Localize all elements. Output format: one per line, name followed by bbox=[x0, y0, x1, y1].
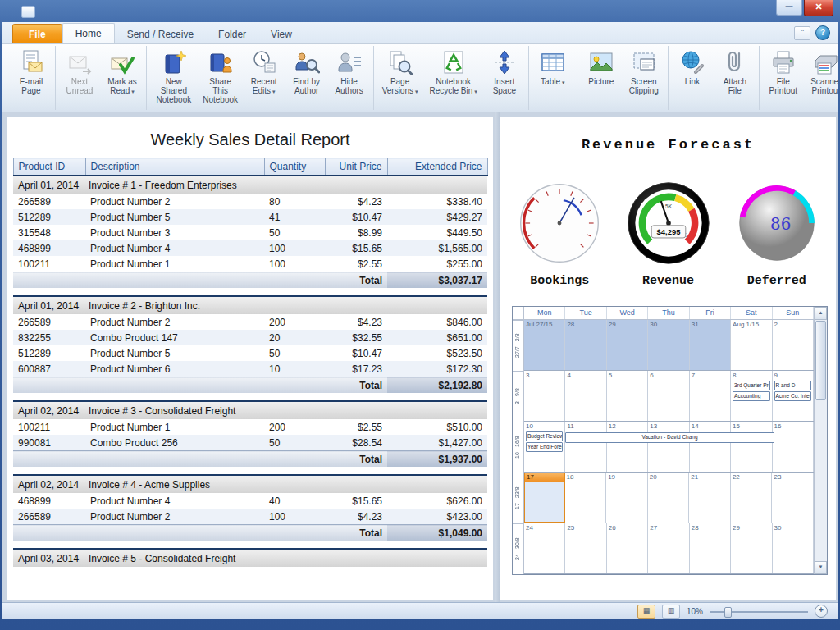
calendar-day-cell[interactable]: Jul 27/15 bbox=[524, 320, 565, 370]
calendar-week-row: 3456783rd Quarter ProjAccounting9R and D… bbox=[524, 371, 814, 422]
picture-button[interactable]: Picture bbox=[581, 47, 622, 88]
recent-edits-button[interactable]: RecentEdits▾ bbox=[244, 47, 285, 98]
calendar-day-cell[interactable]: 30 bbox=[648, 320, 689, 370]
calendar-event[interactable]: 3rd Quarter Proj bbox=[733, 381, 769, 390]
calendar-event[interactable]: Accounting bbox=[733, 391, 769, 401]
day-number: 12 bbox=[609, 422, 646, 431]
calendar-day-cell[interactable]: 27 bbox=[648, 523, 689, 573]
zoom-in-icon[interactable]: + bbox=[815, 605, 828, 618]
ribbon-button-label: Notebook bbox=[436, 77, 471, 86]
help-icon[interactable]: ? bbox=[815, 25, 830, 40]
mark-as-read-button[interactable]: Mark asRead▾ bbox=[102, 47, 143, 98]
calendar-day-cell[interactable]: 10Budget ReviewYear End Foreca bbox=[524, 422, 565, 472]
calendar-day-cell[interactable]: 14 bbox=[690, 422, 731, 472]
view-toggle-a-button[interactable]: ▦ bbox=[637, 605, 655, 619]
calendar-scrollbar[interactable]: ▲ ▼ bbox=[814, 307, 827, 574]
ribbon-button-label: Space bbox=[493, 86, 516, 95]
collapse-ribbon-icon[interactable]: ⌃ bbox=[794, 26, 810, 40]
report-cell: Product Number 4 bbox=[85, 240, 264, 256]
ribbon-button-label: Versions bbox=[382, 86, 413, 95]
revenue-gauge: 0 5K 10K $4,295 Revenue bbox=[619, 180, 718, 288]
zoom-slider[interactable] bbox=[710, 605, 808, 617]
ribbon-button-label: Notebook bbox=[203, 95, 238, 104]
tab-send-receive[interactable]: Send / Receive bbox=[115, 25, 206, 43]
calendar-day-cell[interactable]: 29 bbox=[607, 320, 648, 370]
calendar-day-cell[interactable]: Aug 1/15 bbox=[731, 320, 772, 370]
calendar-day-cell[interactable]: 16 bbox=[773, 422, 814, 472]
scanner-printout-button[interactable]: ScannerPrintout bbox=[806, 47, 838, 97]
file-printout-icon bbox=[770, 49, 797, 75]
page-versions-button[interactable]: PageVersions▾ bbox=[377, 47, 423, 98]
calendar-day-cell[interactable]: 21 bbox=[689, 472, 731, 523]
gauge-tick-mid: 5K bbox=[664, 203, 672, 209]
calendar-day-cell[interactable]: 30 bbox=[773, 523, 814, 573]
calendar-day-cell[interactable]: 7 bbox=[690, 371, 731, 421]
tab-file[interactable]: File bbox=[12, 24, 62, 43]
calendar-day-cell[interactable]: 28 bbox=[565, 320, 606, 370]
tab-home[interactable]: Home bbox=[62, 23, 115, 43]
report-cell: 266589 bbox=[13, 509, 85, 525]
calendar-day-cell[interactable]: 4 bbox=[565, 371, 606, 421]
view-toggle-b-button[interactable]: ▥ bbox=[662, 605, 680, 619]
calendar-day-cell[interactable]: 17 bbox=[524, 472, 565, 523]
calendar-day-cell[interactable]: 25 bbox=[565, 523, 606, 573]
tab-folder[interactable]: Folder bbox=[206, 25, 258, 43]
report-cell: Combo Product 256 bbox=[85, 435, 264, 451]
minimize-button[interactable]: — bbox=[776, 0, 802, 16]
calendar-day-cell[interactable]: 12 bbox=[607, 422, 648, 472]
attach-file-button[interactable]: AttachFile bbox=[714, 47, 756, 97]
insert-space-button[interactable]: InsertSpace bbox=[484, 47, 525, 97]
table-row: 990081Combo Product 25650$28.54$1,427.00 bbox=[13, 435, 487, 451]
calendar-day-cell[interactable]: 31 bbox=[690, 320, 731, 370]
scroll-up-icon[interactable]: ▲ bbox=[815, 307, 827, 320]
next-unread-button[interactable]: NextUnread bbox=[59, 47, 100, 97]
day-number: 21 bbox=[691, 473, 728, 482]
calendar-day-cell[interactable]: 2 bbox=[773, 320, 814, 370]
calendar-day-cell[interactable]: 83rd Quarter ProjAccounting bbox=[731, 371, 772, 421]
share-this-notebook-button[interactable]: Share ThisNotebook bbox=[199, 47, 242, 106]
calendar-day-cell[interactable]: 28 bbox=[690, 523, 731, 573]
calendar-event[interactable]: Acme Co. Integr bbox=[774, 391, 811, 401]
notebook-recycle-bin-button[interactable]: NotebookRecycle Bin▾ bbox=[425, 47, 482, 98]
calendar-day-cell[interactable]: 9R and DAcme Co. Integr bbox=[773, 371, 814, 421]
calendar-day-cell[interactable]: 13 bbox=[648, 422, 689, 472]
email-page-button[interactable]: E-mailPage bbox=[11, 47, 52, 97]
screen-clipping-button[interactable]: ScreenClipping bbox=[623, 47, 664, 97]
tab-view[interactable]: View bbox=[258, 25, 304, 43]
report-cell: 512289 bbox=[13, 345, 85, 361]
calendar-day-cell[interactable]: 26 bbox=[607, 523, 648, 573]
calendar-day-cell[interactable]: 23 bbox=[772, 472, 814, 523]
calendar-day-cell[interactable]: 29 bbox=[731, 523, 772, 573]
table-button[interactable]: Table▾ bbox=[532, 47, 573, 89]
calendar-day-cell[interactable]: 5 bbox=[607, 371, 648, 421]
calendar-event[interactable]: Year End Foreca bbox=[526, 442, 563, 452]
panel-splitter[interactable] bbox=[495, 112, 500, 602]
calendar-day-cell[interactable]: 6 bbox=[648, 371, 689, 421]
hide-authors-button[interactable]: HideAuthors bbox=[329, 47, 370, 97]
find-by-author-button[interactable]: Find byAuthor bbox=[286, 47, 327, 97]
invoice-date: April 02, 2014 bbox=[18, 479, 89, 491]
zoom-slider-thumb[interactable] bbox=[724, 607, 732, 618]
link-button[interactable]: Link bbox=[672, 47, 713, 88]
close-button[interactable]: ✕ bbox=[804, 0, 833, 16]
calendar-day-cell[interactable]: 3 bbox=[524, 371, 565, 421]
scroll-down-icon[interactable]: ▼ bbox=[815, 561, 827, 574]
calendar-event[interactable]: R and D bbox=[774, 381, 811, 390]
scrollbar-thumb[interactable] bbox=[815, 321, 826, 400]
calendar-day-cell[interactable]: 20 bbox=[648, 472, 690, 523]
window-icon bbox=[21, 6, 35, 18]
calendar-day-cell[interactable]: 24 bbox=[524, 523, 565, 573]
ribbon: E-mailPageNextUnreadMark asRead▾New Shar… bbox=[2, 44, 838, 112]
invoice-date: April 01, 2014 bbox=[18, 180, 89, 191]
new-shared-notebook-icon bbox=[161, 49, 187, 75]
calendar-event[interactable]: Budget Review bbox=[526, 431, 563, 441]
file-printout-button[interactable]: FilePrintout bbox=[763, 47, 804, 97]
calendar-day-cell[interactable]: 18 bbox=[565, 472, 607, 523]
calendar-event-span[interactable]: Vacation - David Chang bbox=[565, 432, 774, 443]
new-shared-notebook-button[interactable]: New SharedNotebook bbox=[150, 47, 198, 106]
calendar-day-cell[interactable]: 19 bbox=[606, 472, 648, 523]
next-unread-icon bbox=[66, 49, 93, 75]
calendar-day-cell[interactable]: 11 bbox=[565, 422, 606, 472]
calendar-day-cell[interactable]: 22 bbox=[731, 472, 773, 523]
calendar-day-cell[interactable]: 15 bbox=[731, 422, 772, 472]
